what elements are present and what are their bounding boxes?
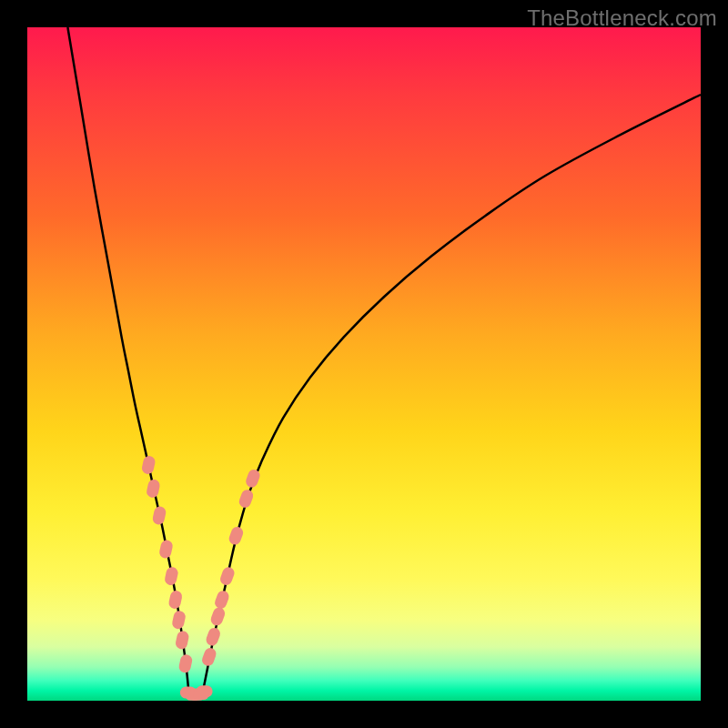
data-marker [167, 590, 183, 610]
chart-stage: TheBottleneck.com [0, 0, 728, 728]
data-marker [175, 630, 190, 650]
data-marker [197, 685, 213, 697]
data-marker [146, 479, 161, 499]
svg-rect-3 [158, 539, 174, 559]
svg-rect-2 [152, 505, 167, 525]
svg-rect-12 [213, 589, 230, 610]
svg-rect-9 [200, 646, 217, 667]
svg-rect-11 [209, 606, 227, 627]
data-marker [141, 455, 157, 475]
data-marker [205, 626, 222, 647]
svg-rect-0 [141, 455, 157, 475]
data-marker [177, 653, 193, 673]
data-marker [164, 566, 179, 586]
data-marker [200, 646, 217, 667]
data-marker [218, 565, 236, 586]
svg-rect-15 [238, 488, 255, 509]
svg-rect-4 [164, 566, 179, 586]
svg-rect-13 [218, 565, 236, 586]
plot-area [27, 27, 701, 701]
data-marker [152, 505, 167, 525]
svg-rect-10 [205, 626, 222, 647]
data-marker [158, 539, 174, 559]
svg-rect-7 [175, 630, 190, 650]
svg-rect-21 [197, 685, 213, 697]
data-marker [238, 488, 255, 509]
svg-rect-8 [177, 653, 193, 673]
data-marker [213, 589, 230, 610]
svg-rect-16 [244, 468, 261, 489]
curve-layer [27, 27, 701, 701]
svg-rect-14 [228, 525, 245, 546]
svg-rect-6 [171, 610, 187, 630]
data-marker [171, 610, 187, 630]
svg-rect-5 [167, 590, 183, 610]
svg-rect-1 [146, 479, 161, 499]
marker-layer [141, 455, 262, 701]
right-curve [202, 95, 701, 694]
data-marker [228, 525, 245, 546]
left-curve [67, 27, 188, 694]
data-marker [244, 468, 261, 489]
data-marker [209, 606, 227, 627]
